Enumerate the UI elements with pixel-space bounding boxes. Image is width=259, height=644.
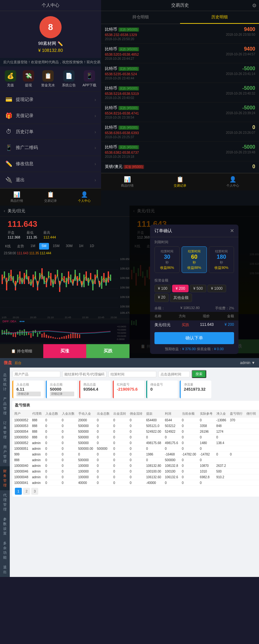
svg-rect-98 [61, 337, 63, 339]
detail-btn-2[interactable]: 详细记录 [50, 392, 74, 396]
sidebar-item-products[interactable]: 产品管理 [0, 394, 10, 418]
arrow-icon: › [94, 97, 96, 102]
menu-item-history-orders[interactable]: ⏱ 历史订单 › [0, 124, 101, 140]
tab-trend[interactable]: 走势 [15, 243, 27, 250]
admin-panel: 微盘 后台 admin ▼ 总览统计 产品管理 订单管理 用户管理 财务管理 代… [0, 358, 259, 577]
svg-rect-96 [57, 338, 58, 339]
amount-500[interactable]: ¥ 500 [190, 285, 206, 292]
edit-info-label: 修改信息 [16, 161, 33, 167]
order-detail-values: 美元/日元 买跌 111.643 ¥ 200 [150, 320, 238, 330]
svg-rect-34 [48, 271, 49, 278]
sidebar-item-extra[interactable]: 多余功能 [0, 538, 10, 562]
trade-item: 比特币 买跌 (¥5000) 6538.5235-6538.524 2018-1… [101, 63, 259, 83]
flow-label: 资金充水 [41, 83, 55, 88]
tab-1d[interactable]: 1D [87, 243, 97, 250]
svg-text:1/25: 1/25 [2, 316, 7, 319]
tab-kline[interactable]: K线 [3, 243, 13, 250]
detail-btn-1[interactable]: 详细记录 [16, 392, 41, 396]
action-notice[interactable]: 📄 系统公告 [62, 70, 76, 88]
col-exit-action: 出款弱行 [258, 410, 259, 418]
investment-label: 投资金额 [154, 278, 234, 283]
col-pl-action: 盈亏弱行 [228, 410, 244, 418]
page-btn-3[interactable]: 3 [31, 488, 38, 495]
confirm-order-button[interactable]: 确认下单 [154, 332, 234, 344]
amount-1000[interactable]: ¥ 1000 [208, 285, 226, 292]
col-amount: 金额 [227, 314, 234, 319]
menu-item-withdraw-record[interactable]: 💳 提现记录 › [0, 92, 101, 108]
tab-15m[interactable]: 15M [50, 243, 62, 250]
open-label: 开盘 [8, 230, 20, 235]
nav-personal[interactable]: 👤 个人中心 [67, 189, 101, 206]
svg-rect-73 [6, 329, 7, 335]
btn-buy-up-left[interactable]: 买涨 [43, 344, 87, 358]
sidebar-item-logout[interactable]: 退出 [0, 562, 10, 577]
personal-icon-2: 👤 [229, 176, 236, 183]
nav-personal-2[interactable]: 👤 个人中心 [206, 173, 259, 190]
avatar-text: 8 [48, 22, 53, 32]
modal-close-button[interactable]: ✕ [230, 228, 234, 234]
time-filter-input[interactable] [108, 371, 156, 377]
action-app[interactable]: 📱 APP下载 [82, 70, 96, 88]
time-option-180s[interactable]: 结算时间 180 秒 收益90% [209, 246, 234, 273]
admin-filters: 搜索 [12, 370, 259, 378]
action-withdraw[interactable]: 💸 提现 [23, 70, 34, 88]
btn-positions-left[interactable]: 📋 持仓明细 [0, 344, 43, 358]
trading-header: 交易历史 [101, 0, 259, 11]
amount-20[interactable]: ¥ 20 [154, 294, 169, 302]
menu-item-edit-info[interactable]: ✏️ 修改信息 › [0, 156, 101, 172]
menu-item-logout[interactable]: 🔌 退出 › [0, 172, 101, 188]
order-modal-overlay: 订单确认 ✕ 到期时间 结算时间 30 秒 收益86% 结算时间 [130, 206, 259, 358]
tab-1h[interactable]: 1H [76, 243, 86, 250]
menu-item-qrcode[interactable]: 📱 推广二维码 › [0, 140, 101, 156]
col-user: 用户 [12, 410, 30, 418]
sidebar-item-orders[interactable]: 订单管理 [0, 418, 10, 442]
amount-200[interactable]: ¥ 200 [172, 285, 189, 292]
sidebar-item-settings[interactable]: 参数设置 [0, 514, 10, 538]
page-btn-1[interactable]: 1 [15, 488, 22, 495]
app-icon: 📱 [84, 70, 95, 82]
amount-other[interactable]: 其他金额 [170, 294, 192, 302]
search-button[interactable]: 搜索 [192, 370, 206, 378]
tab-history[interactable]: 历史明细 [180, 11, 259, 24]
stat-cards: 入金总额 6.11 详细记录 出金总额 50000 详细记录 商品总盈 9356… [12, 381, 259, 398]
sidebar-item-overview[interactable]: 总览统计 [0, 370, 10, 394]
tab-1m[interactable]: 1M [28, 243, 38, 250]
sidebar-item-finance[interactable]: 财务管理 [0, 466, 10, 490]
action-recharge[interactable]: 💰 充值 [5, 70, 16, 88]
time-option-input[interactable] [158, 371, 190, 377]
tab-positions[interactable]: 持仓明细 [101, 11, 180, 24]
proxy-filter-input[interactable] [62, 371, 106, 377]
personal-bottom-nav: 📊 商品行情 📋 交易记录 👤 个人中心 [0, 188, 101, 206]
tab-5m[interactable]: 5M [39, 243, 49, 250]
page-btn-2[interactable]: 2 [23, 488, 30, 495]
btn-buy-down-left[interactable]: 买跌 [86, 344, 130, 358]
tab-30m[interactable]: 30M [63, 243, 75, 250]
edit-icon[interactable]: ✏️ [57, 41, 63, 46]
nav-trades[interactable]: 📋 交易记录 [34, 189, 68, 206]
stat-card-bonus: 红利盈亏 -2190975.6 [113, 381, 144, 398]
agents-label: 代理管理 [3, 493, 7, 512]
col-price: 现价 [203, 314, 210, 319]
col-withdraw: 提款 [144, 410, 163, 418]
recharge-label: 充值 [7, 83, 14, 88]
market-icon-2: 📊 [124, 176, 131, 183]
nav-market-2[interactable]: 📊 商品行情 [101, 173, 154, 190]
nav-trades-2[interactable]: 📋 交易记录 [154, 173, 207, 190]
svg-text:+0.0200: +0.0200 [117, 331, 126, 334]
time-option-30s[interactable]: 结算时间 30 秒 收益86% [154, 246, 180, 273]
trade-item: 比特币 买跌 (¥5000) 6538.5218-6538.5319 2018-… [101, 83, 259, 102]
nav-market[interactable]: 📊 商品行情 [0, 189, 34, 206]
time-option-60s[interactable]: 结算时间 60 秒 收益88% [182, 246, 207, 273]
settings-icon[interactable]: ⚙ [252, 3, 256, 9]
back-arrow-left[interactable]: ‹ [4, 209, 5, 213]
user-filter-input[interactable] [12, 371, 60, 377]
sidebar-item-agents[interactable]: 代理管理 [0, 490, 10, 514]
sidebar-item-users[interactable]: 用户管理 [0, 442, 10, 466]
menu-item-recharge-record[interactable]: 🎁 充值记录 › [0, 108, 101, 124]
logout-label: 退出 [16, 177, 25, 183]
amount-100[interactable]: ¥ 100 [154, 285, 171, 292]
settings-label: 参数设置 [3, 517, 7, 536]
svg-rect-95 [55, 337, 56, 339]
action-flow[interactable]: 📋 资金充水 [41, 70, 55, 88]
personal-title: 个人中心 [42, 3, 59, 8]
